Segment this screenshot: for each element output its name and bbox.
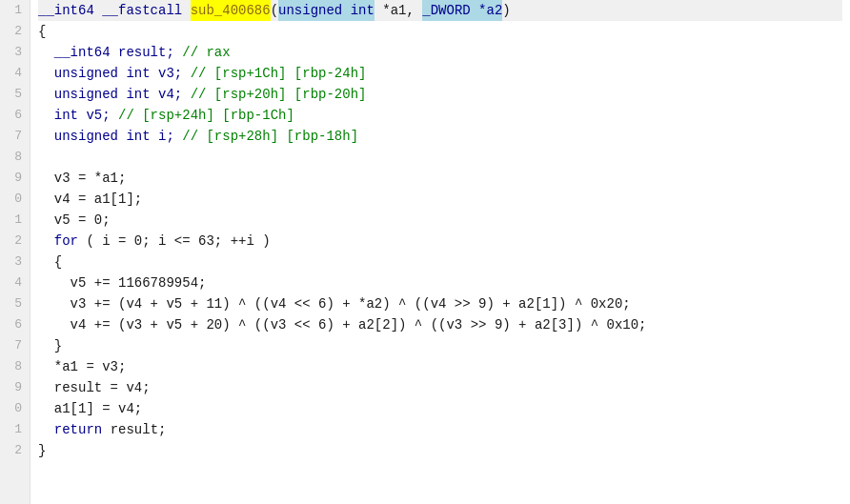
code-line: v4 += (v3 + v5 + 20) ^ ((v3 << 6) + a2[2… xyxy=(38,314,842,335)
code-editor: 1234567890123456789012 __int64 __fastcal… xyxy=(0,0,850,504)
line-number: 8 xyxy=(8,147,22,168)
line-number: 5 xyxy=(8,293,22,314)
token-comment: // [rsp+28h] [rbp-18h] xyxy=(182,126,358,147)
token-type: __int64 result; xyxy=(38,42,182,63)
token-plain: v3 = *a1; xyxy=(38,168,126,189)
line-number-gutter: 1234567890123456789012 xyxy=(0,0,30,504)
code-line: __int64 result; // rax xyxy=(38,42,842,63)
code-line xyxy=(38,147,842,168)
line-number: 3 xyxy=(8,252,22,272)
token-func-name: sub_400686 xyxy=(191,0,271,21)
token-plain: v4 += (v3 + v5 + 20) ^ ((v3 << 6) + a2[2… xyxy=(38,314,647,335)
token-kw: return xyxy=(54,419,102,440)
code-line: v3 = *a1; xyxy=(38,168,842,189)
code-content[interactable]: __int64 __fastcall sub_400686(unsigned i… xyxy=(30,0,850,504)
code-line: v5 = 0; xyxy=(38,210,842,231)
token-comment: // [rsp+1Ch] [rbp-24h] xyxy=(191,63,367,84)
code-line: unsigned int i; // [rsp+28h] [rbp-18h] xyxy=(38,126,842,147)
token-comment: // [rsp+24h] [rbp-1Ch] xyxy=(118,105,294,126)
token-plain: *a1, xyxy=(374,0,422,21)
token-plain: result; xyxy=(102,419,166,440)
line-number: 3 xyxy=(8,42,22,63)
line-number: 2 xyxy=(8,231,22,252)
code-line: int v5; // [rsp+24h] [rbp-1Ch] xyxy=(38,105,842,126)
line-number: 9 xyxy=(8,377,22,398)
code-line: { xyxy=(38,252,842,272)
code-line: } xyxy=(38,335,842,356)
token-plain: { xyxy=(38,21,46,42)
line-number: 1 xyxy=(8,0,22,21)
token-plain xyxy=(38,419,54,440)
line-number: 6 xyxy=(8,314,22,335)
token-plain: ( i = 0; i <= 63; ++i ) xyxy=(78,231,271,252)
line-number: 1 xyxy=(8,419,22,440)
code-line: unsigned int v4; // [rsp+20h] [rbp-20h] xyxy=(38,84,842,105)
token-plain: v3 += (v4 + v5 + 11) ^ ((v4 << 6) + *a2)… xyxy=(38,293,631,314)
line-number: 4 xyxy=(8,272,22,293)
token-plain: } xyxy=(38,440,46,461)
line-number: 9 xyxy=(8,168,22,189)
line-number: 6 xyxy=(8,105,22,126)
code-line: v5 += 1166789954; xyxy=(38,272,842,293)
token-type: unsigned int v4; xyxy=(38,84,191,105)
token-comment: // rax xyxy=(182,42,230,63)
line-number: 2 xyxy=(8,21,22,42)
token-plain: v5 += 1166789954; xyxy=(38,272,206,293)
code-line: unsigned int v3; // [rsp+1Ch] [rbp-24h] xyxy=(38,63,842,84)
line-number: 7 xyxy=(8,126,22,147)
code-line: v4 = a1[1]; xyxy=(38,189,842,210)
code-line: return result; xyxy=(38,419,842,440)
code-line: } xyxy=(38,440,842,461)
token-plain: ) xyxy=(502,0,510,21)
token-kw: for xyxy=(54,231,78,252)
token-plain: *a1 = v3; xyxy=(38,356,126,377)
token-highlighted-param: _DWORD *a2 xyxy=(422,0,502,21)
token-comment: // [rsp+20h] [rbp-20h] xyxy=(191,84,367,105)
code-line: for ( i = 0; i <= 63; ++i ) xyxy=(38,231,842,252)
token-highlighted-param: unsigned int xyxy=(278,0,374,21)
token-plain xyxy=(38,231,54,252)
token-type: unsigned int i; xyxy=(38,126,182,147)
code-line: *a1 = v3; xyxy=(38,356,842,377)
line-number: 1 xyxy=(8,210,22,231)
token-type: __int64 __fastcall xyxy=(38,0,191,21)
code-line: { xyxy=(38,21,842,42)
line-number: 2 xyxy=(8,440,22,461)
line-number: 0 xyxy=(8,398,22,419)
token-plain: result = v4; xyxy=(38,377,151,398)
line-number: 7 xyxy=(8,335,22,356)
token-plain: } xyxy=(38,335,62,356)
token-plain: v5 = 0; xyxy=(38,210,111,231)
line-number: 4 xyxy=(8,63,22,84)
token-plain: ( xyxy=(271,0,278,21)
token-plain: a1[1] = v4; xyxy=(38,398,142,419)
token-plain: { xyxy=(38,252,62,272)
line-number: 0 xyxy=(8,189,22,210)
line-number: 5 xyxy=(8,84,22,105)
code-line: result = v4; xyxy=(38,377,842,398)
line-number: 8 xyxy=(8,356,22,377)
code-line: a1[1] = v4; xyxy=(38,398,842,419)
token-type: unsigned int v3; xyxy=(38,63,191,84)
code-line: __int64 __fastcall sub_400686(unsigned i… xyxy=(38,0,842,21)
code-line: v3 += (v4 + v5 + 11) ^ ((v4 << 6) + *a2)… xyxy=(38,293,842,314)
token-plain: v4 = a1[1]; xyxy=(38,189,142,210)
token-type: int v5; xyxy=(38,105,118,126)
